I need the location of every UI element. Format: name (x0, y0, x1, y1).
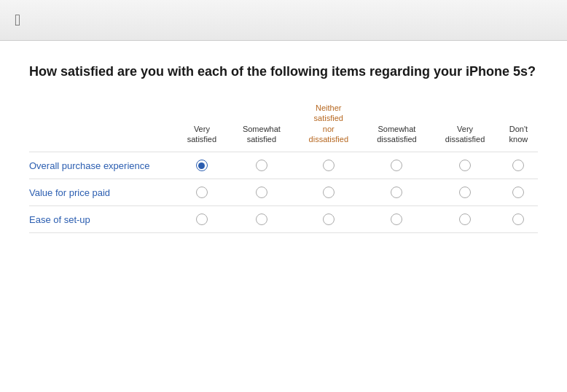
radio-cell-neither[interactable] (294, 206, 363, 233)
radio-cell-somewhat_satisfied[interactable] (229, 152, 294, 179)
radio-overall_purchase-very_dissatisfied[interactable] (459, 160, 471, 171)
radio-cell-neither[interactable] (294, 152, 363, 179)
radio-ease_of_setup-neither[interactable] (323, 213, 335, 225)
radio-value_for_price-somewhat_dissatisfied[interactable] (391, 187, 402, 198)
radio-overall_purchase-somewhat_satisfied[interactable] (256, 160, 267, 171)
col-somewhat-dissatisfied: Somewhatdissatisfied (363, 103, 431, 152)
radio-cell-somewhat_dissatisfied[interactable] (363, 206, 431, 233)
radio-cell-very_satisfied[interactable] (175, 152, 229, 179)
radio-ease_of_setup-very_dissatisfied[interactable] (459, 213, 471, 225)
empty-header (29, 103, 175, 152)
radio-cell-neither[interactable] (294, 179, 363, 206)
radio-overall_purchase-very_satisfied[interactable] (196, 160, 208, 171)
radio-overall_purchase-dont_know[interactable] (512, 160, 524, 171)
table-row: Ease of set-up (29, 206, 538, 233)
radio-cell-dont_know[interactable] (499, 152, 538, 179)
col-dont-know: Don'tknow (499, 103, 538, 152)
radio-cell-very_dissatisfied[interactable] (431, 152, 499, 179)
radio-cell-very_dissatisfied[interactable] (431, 179, 499, 206)
radio-cell-very_satisfied[interactable] (175, 206, 229, 233)
apple-logo-icon:  (15, 12, 20, 28)
col-neither: Neithersatisfiednordissatisfied (294, 103, 363, 152)
radio-value_for_price-very_satisfied[interactable] (196, 187, 208, 198)
radio-cell-somewhat_satisfied[interactable] (229, 179, 294, 206)
radio-ease_of_setup-very_satisfied[interactable] (196, 213, 208, 225)
radio-cell-very_satisfied[interactable] (175, 179, 229, 206)
radio-cell-dont_know[interactable] (499, 179, 538, 206)
radio-cell-somewhat_dissatisfied[interactable] (363, 179, 431, 206)
row-label: Overall purchase experience (29, 152, 175, 179)
table-row: Value for price paid (29, 179, 538, 206)
main-content: How satisfied are you with each of the f… (0, 41, 567, 255)
radio-value_for_price-dont_know[interactable] (512, 187, 524, 198)
survey-table: Verysatisfied Somewhatsatisfied Neithers… (29, 103, 538, 233)
radio-cell-dont_know[interactable] (499, 206, 538, 233)
radio-overall_purchase-somewhat_dissatisfied[interactable] (391, 160, 402, 171)
radio-ease_of_setup-somewhat_dissatisfied[interactable] (391, 213, 402, 225)
col-somewhat-satisfied: Somewhatsatisfied (229, 103, 294, 152)
radio-cell-very_dissatisfied[interactable] (431, 206, 499, 233)
header:  (0, 0, 567, 41)
column-headers: Verysatisfied Somewhatsatisfied Neithers… (29, 103, 538, 152)
question-title: How satisfied are you with each of the f… (29, 63, 538, 81)
row-label: Value for price paid (29, 179, 175, 206)
col-very-dissatisfied: Verydissatisfied (431, 103, 499, 152)
radio-cell-somewhat_dissatisfied[interactable] (363, 152, 431, 179)
col-very-satisfied: Verysatisfied (175, 103, 229, 152)
radio-ease_of_setup-dont_know[interactable] (512, 213, 524, 225)
radio-cell-somewhat_satisfied[interactable] (229, 206, 294, 233)
radio-value_for_price-somewhat_satisfied[interactable] (256, 187, 267, 198)
row-label: Ease of set-up (29, 206, 175, 233)
radio-value_for_price-neither[interactable] (323, 187, 335, 198)
radio-value_for_price-very_dissatisfied[interactable] (459, 187, 471, 198)
radio-ease_of_setup-somewhat_satisfied[interactable] (256, 213, 267, 225)
table-row: Overall purchase experience (29, 152, 538, 179)
radio-overall_purchase-neither[interactable] (323, 160, 335, 171)
